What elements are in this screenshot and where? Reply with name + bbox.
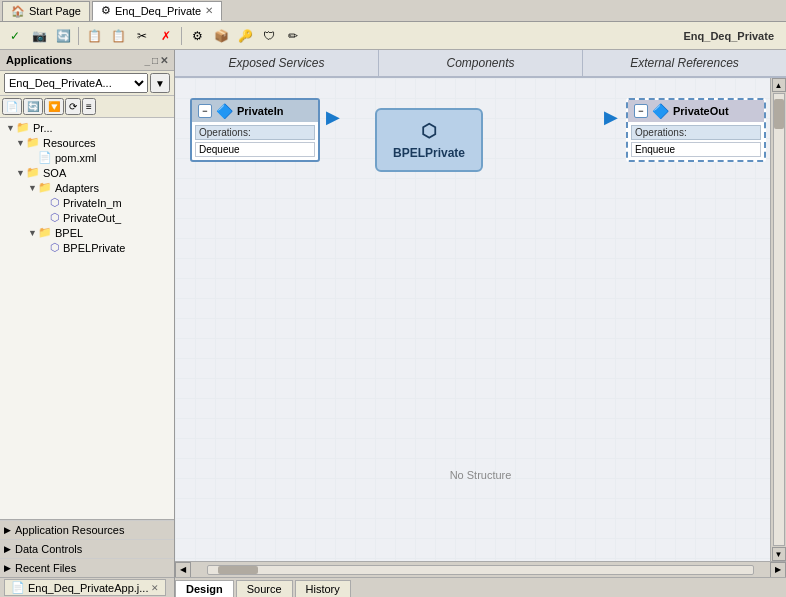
header-close-icon[interactable]: ✕	[160, 55, 168, 66]
privateout-box[interactable]: − 🔷 PrivateOut Operations: Enqueue	[626, 98, 766, 162]
privateout-arrow-left: ▶	[604, 106, 618, 128]
section-label-app-resources: Application Resources	[15, 524, 124, 536]
toolbar-camera-btn[interactable]: 📷	[28, 25, 50, 47]
toolbar-delete-btn[interactable]: ✗	[155, 25, 177, 47]
toolbar-edit-btn[interactable]: ✏	[282, 25, 304, 47]
file-tab-icon: 📄	[11, 581, 25, 594]
tab-design[interactable]: Design	[175, 580, 234, 597]
toolbar-title: Enq_Deq_Private	[684, 30, 782, 42]
tab-source-label: Source	[247, 583, 282, 595]
tree-label-project: Pr...	[33, 122, 53, 134]
tree-item-project[interactable]: ▼ 📁 Pr...	[2, 120, 172, 135]
tree-item-pomxml[interactable]: 📄 pom.xml	[2, 150, 172, 165]
scroll-left-btn[interactable]: ◀	[175, 562, 191, 578]
bpel-icon-privateout: ⬡	[50, 211, 60, 224]
header-minimize-icon[interactable]: _	[144, 55, 150, 66]
file-tab-label: Enq_Deq_PrivateApp.j...	[28, 582, 148, 594]
tree-item-privatein[interactable]: ⬡ PrivateIn_m	[2, 195, 172, 210]
tree-toggle-project[interactable]: ▼	[6, 123, 16, 133]
scroll-track-h[interactable]	[207, 565, 754, 575]
section-data-controls[interactable]: ▶ Data Controls	[0, 539, 174, 558]
tab-start-page[interactable]: 🏠 Start Page	[2, 1, 90, 21]
section-recent-files[interactable]: ▶ Recent Files	[0, 558, 174, 577]
no-structure-label: No Structure	[450, 469, 512, 481]
bpelprivate-icon: ⬡	[421, 120, 437, 142]
tree-label-resources: Resources	[43, 137, 96, 149]
tree-label-adapters: Adapters	[55, 182, 99, 194]
tree-toggle-resources[interactable]: ▼	[16, 138, 26, 148]
dropdown-arrow-btn[interactable]: ▼	[150, 73, 170, 93]
header-maximize-icon[interactable]: □	[152, 55, 158, 66]
tab-history[interactable]: History	[295, 580, 351, 597]
bpel-icon-bpelprivate: ⬡	[50, 241, 60, 254]
toolbar-package-btn[interactable]: 📦	[210, 25, 232, 47]
privatein-box[interactable]: − 🔷 PrivateIn Operations: Dequeue	[190, 98, 320, 162]
file-tab-close[interactable]: ✕	[151, 583, 159, 593]
enq-tab-label: Enq_Deq_Private	[115, 5, 201, 17]
privateout-collapse[interactable]: −	[634, 104, 648, 118]
bpelprivate-box[interactable]: ⬡ BPELPrivate	[375, 108, 483, 172]
toolbar-shield-btn[interactable]: 🛡	[258, 25, 280, 47]
diagram-canvas[interactable]: − 🔷 PrivateIn Operations: Dequeue ▶	[175, 78, 786, 561]
project-tree[interactable]: ▼ 📁 Pr... ▼ 📁 Resources 📄 pom.xml	[0, 118, 174, 519]
toolbar-validate-btn[interactable]: ✓	[4, 25, 26, 47]
privateout-op-value: Enqueue	[631, 142, 761, 157]
scroll-up-btn[interactable]: ▲	[772, 78, 786, 92]
tab-bar: 🏠 Start Page ⚙ Enq_Deq_Private ✕	[0, 0, 786, 22]
toolbar-settings-btn[interactable]: ⚙	[186, 25, 208, 47]
section-toggle-data-controls: ▶	[4, 544, 11, 554]
col-header-external: External References	[583, 50, 786, 76]
privateout-component[interactable]: − 🔷 PrivateOut Operations: Enqueue ▶	[626, 98, 766, 162]
left-toolbar-new-btn[interactable]: 📄	[2, 98, 22, 115]
toolbar-cut-btn[interactable]: ✂	[131, 25, 153, 47]
tree-item-bpelprivate[interactable]: ⬡ BPELPrivate	[2, 240, 172, 255]
tree-item-adapters[interactable]: ▼ 📁 Adapters	[2, 180, 172, 195]
bpelprivate-name: BPELPrivate	[393, 146, 465, 160]
privateout-name: PrivateOut	[673, 105, 729, 117]
bpelprivate-component[interactable]: ⬡ BPELPrivate	[375, 108, 483, 172]
toolbar-copy-btn[interactable]: 📋	[83, 25, 105, 47]
toolbar-refresh-btn[interactable]: 🔄	[52, 25, 74, 47]
vertical-scrollbar[interactable]: ▲ ▼	[770, 78, 786, 561]
scroll-thumb-v[interactable]	[774, 99, 784, 129]
toolbar-key-btn[interactable]: 🔑	[234, 25, 256, 47]
privatein-body: Operations: Dequeue	[192, 122, 318, 160]
tree-label-bpel: BPEL	[55, 227, 83, 239]
scroll-down-btn[interactable]: ▼	[772, 547, 786, 561]
project-dropdown[interactable]: Enq_Deq_PrivateA...	[4, 73, 148, 93]
toolbar-paste-btn[interactable]: 📋	[107, 25, 129, 47]
bottom-tab-bar: Design Source History	[175, 577, 786, 597]
toolbar: ✓ 📷 🔄 📋 📋 ✂ ✗ ⚙ 📦 🔑 🛡 ✏ Enq_Deq_Private	[0, 22, 786, 50]
section-app-resources[interactable]: ▶ Application Resources	[0, 520, 174, 539]
tab-enq-deq[interactable]: ⚙ Enq_Deq_Private ✕	[92, 1, 222, 21]
tree-item-soa[interactable]: ▼ 📁 SOA	[2, 165, 172, 180]
tab-source[interactable]: Source	[236, 580, 293, 597]
scroll-track-v[interactable]	[773, 93, 785, 546]
file-tab-enq[interactable]: 📄 Enq_Deq_PrivateApp.j... ✕	[4, 579, 166, 596]
tree-item-privateout[interactable]: ⬡ PrivateOut_	[2, 210, 172, 225]
left-toolbar-sync-btn[interactable]: ⟳	[65, 98, 81, 115]
privatein-arrow-right: ▶	[326, 106, 340, 128]
privatein-header: − 🔷 PrivateIn	[192, 100, 318, 122]
left-toolbar: 📄 🔄 🔽 ⟳ ≡	[0, 96, 174, 118]
privatein-collapse[interactable]: −	[198, 104, 212, 118]
horizontal-scrollbar[interactable]: ◀ ▶	[175, 561, 786, 577]
file-icon-pomxml: 📄	[38, 151, 52, 164]
tree-item-resources[interactable]: ▼ 📁 Resources	[2, 135, 172, 150]
left-toolbar-refresh-btn[interactable]: 🔄	[23, 98, 43, 115]
left-panel: Applications _ □ ✕ Enq_Deq_PrivateA... ▼…	[0, 50, 175, 597]
section-toggle-recent-files: ▶	[4, 563, 11, 573]
section-toggle-app-resources: ▶	[4, 525, 11, 535]
tree-item-bpel[interactable]: ▼ 📁 BPEL	[2, 225, 172, 240]
tree-toggle-bpel[interactable]: ▼	[28, 228, 38, 238]
tree-toggle-soa[interactable]: ▼	[16, 168, 26, 178]
folder-icon-soa: 📁	[26, 166, 40, 179]
privatein-component[interactable]: − 🔷 PrivateIn Operations: Dequeue ▶	[190, 98, 320, 162]
left-toolbar-collapse-btn[interactable]: ≡	[82, 98, 96, 115]
tree-toggle-adapters[interactable]: ▼	[28, 183, 38, 193]
enq-tab-close[interactable]: ✕	[205, 5, 213, 16]
left-toolbar-filter-btn[interactable]: 🔽	[44, 98, 64, 115]
scroll-right-btn[interactable]: ▶	[770, 562, 786, 578]
scroll-thumb-h[interactable]	[218, 566, 258, 574]
privatein-icon: 🔷	[216, 103, 233, 119]
